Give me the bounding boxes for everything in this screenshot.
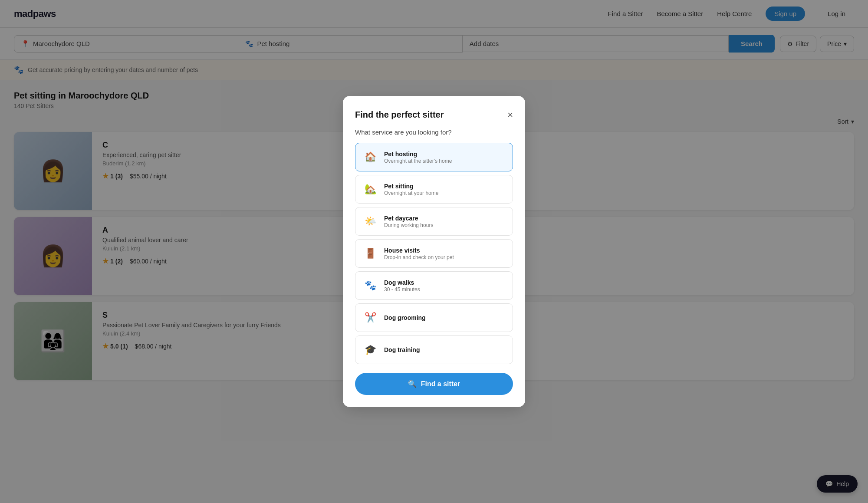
service-list: 🏠 Pet hosting Overnight at the sitter's … — [355, 143, 513, 364]
modal-overlay[interactable]: Find the perfect sitter × What service a… — [0, 0, 868, 398]
service-text-4: House visits Drop-in and check on your p… — [384, 247, 454, 260]
search-icon: 🔍 — [408, 380, 417, 388]
pet-sitting-icon: 🏡 — [362, 181, 378, 197]
service-text-1: Pet hosting Overnight at the sitter's ho… — [384, 151, 452, 164]
service-desc-5: 30 - 45 minutes — [384, 286, 420, 293]
list-item[interactable]: 🎓 Dog training — [355, 335, 513, 364]
service-text-6: Dog grooming — [384, 314, 426, 321]
pet-hosting-icon: 🏠 — [362, 149, 378, 165]
find-sitter-label: Find a sitter — [421, 380, 460, 388]
service-name-1: Pet hosting — [384, 151, 452, 158]
list-item[interactable]: 🌤️ Pet daycare During working hours — [355, 207, 513, 236]
service-desc-4: Drop-in and check on your pet — [384, 254, 454, 260]
service-text-2: Pet sitting Overnight at your home — [384, 183, 438, 196]
service-name-3: Pet daycare — [384, 215, 433, 222]
service-name-7: Dog training — [384, 346, 420, 353]
service-text-5: Dog walks 30 - 45 minutes — [384, 279, 420, 293]
modal-title: Find the perfect sitter — [355, 110, 444, 120]
list-item[interactable]: ✂️ Dog grooming — [355, 303, 513, 332]
dog-walks-icon: 🐾 — [362, 278, 378, 293]
service-name-2: Pet sitting — [384, 183, 438, 190]
service-desc-3: During working hours — [384, 222, 433, 228]
service-desc-1: Overnight at the sitter's home — [384, 158, 452, 164]
list-item[interactable]: 🏡 Pet sitting Overnight at your home — [355, 175, 513, 204]
dog-training-icon: 🎓 — [362, 342, 378, 358]
list-item[interactable]: 🚪 House visits Drop-in and check on your… — [355, 239, 513, 268]
service-name-4: House visits — [384, 247, 454, 254]
find-sitter-button[interactable]: 🔍 Find a sitter — [355, 373, 513, 395]
service-desc-2: Overnight at your home — [384, 190, 438, 196]
list-item[interactable]: 🐾 Dog walks 30 - 45 minutes — [355, 271, 513, 300]
house-visits-icon: 🚪 — [362, 246, 378, 261]
modal-question: What service are you looking for? — [355, 128, 513, 136]
modal-close-button[interactable]: × — [507, 110, 513, 120]
service-name-6: Dog grooming — [384, 314, 426, 321]
pet-daycare-icon: 🌤️ — [362, 214, 378, 229]
service-name-5: Dog walks — [384, 279, 420, 286]
modal: Find the perfect sitter × What service a… — [343, 96, 525, 398]
dog-grooming-icon: ✂️ — [362, 310, 378, 325]
service-text-3: Pet daycare During working hours — [384, 215, 433, 228]
modal-header: Find the perfect sitter × — [355, 110, 513, 120]
list-item[interactable]: 🏠 Pet hosting Overnight at the sitter's … — [355, 143, 513, 171]
service-text-7: Dog training — [384, 346, 420, 353]
